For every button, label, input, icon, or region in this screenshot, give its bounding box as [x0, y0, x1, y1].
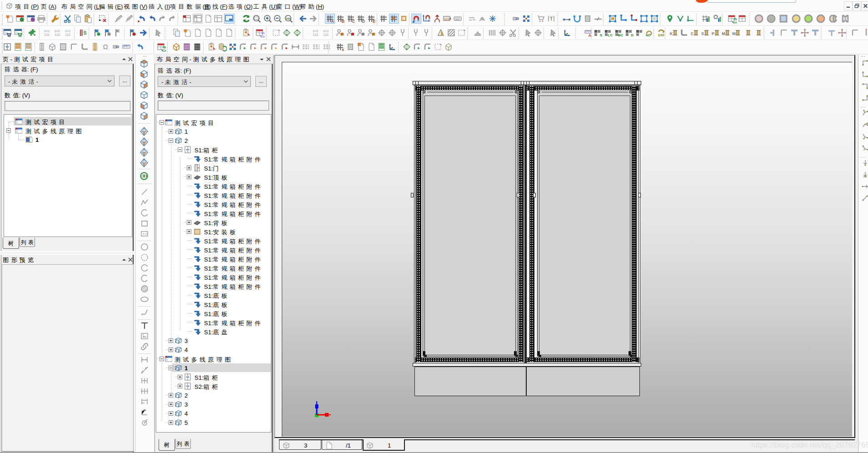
svg-text:9+0: 9+0 — [313, 30, 318, 33]
svg-text:9+0: 9+0 — [65, 30, 70, 33]
svg-text:M: M — [722, 31, 725, 36]
svg-text:123: 123 — [313, 33, 318, 36]
svg-text:Ω: Ω — [103, 43, 108, 50]
svg-text:S: S — [701, 31, 704, 36]
svg-text:W: W — [732, 31, 736, 36]
svg-text:S: S — [83, 30, 86, 35]
svg-text:DXF: DXF — [658, 34, 665, 37]
svg-text:9+0: 9+0 — [55, 30, 60, 33]
svg-text:123: 123 — [44, 33, 50, 36]
svg-text:9+0: 9+0 — [44, 30, 50, 33]
svg-text:C: C — [691, 31, 694, 36]
svg-text:S: S — [600, 33, 603, 37]
svg-text:C: C — [352, 19, 355, 23]
svg-text:NC: NC — [646, 34, 650, 37]
svg-text:T: T — [550, 16, 553, 21]
svg-text:D: D — [631, 33, 634, 37]
svg-text:123: 123 — [444, 17, 449, 20]
svg-text:100: 100 — [286, 17, 291, 20]
svg-text:K: K — [670, 31, 673, 36]
svg-text:123: 123 — [65, 33, 70, 36]
svg-text:9+0: 9+0 — [323, 30, 329, 33]
svg-text:E: E — [373, 19, 375, 23]
svg-text:LC: LC — [608, 33, 613, 37]
svg-text:x: x — [342, 47, 344, 51]
svg-text:B: B — [342, 19, 345, 23]
svg-text:BC: BC — [618, 33, 623, 37]
svg-text:A: A — [331, 19, 334, 23]
svg-text:P: P — [712, 31, 714, 36]
svg-text:123: 123 — [323, 33, 329, 36]
svg-text:123: 123 — [55, 33, 60, 36]
svg-text:D: D — [362, 19, 365, 23]
